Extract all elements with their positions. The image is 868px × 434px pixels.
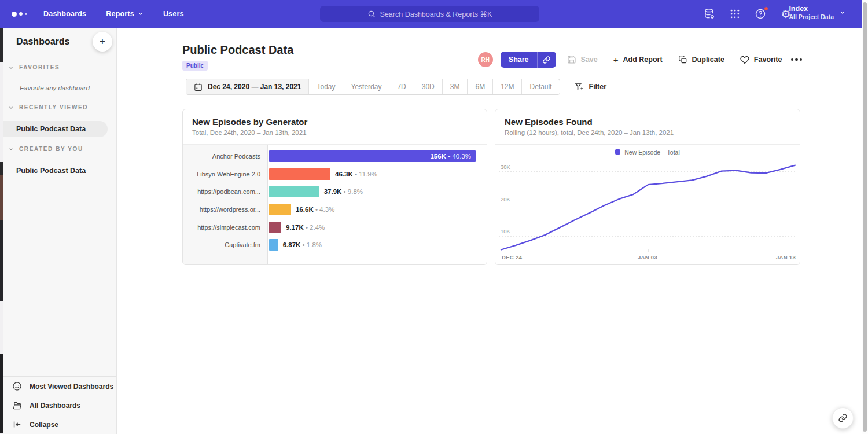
date-preset-group: Dec 24, 2020 — Jan 13, 2021 TodayYesterd… [186, 79, 560, 95]
preset-3m[interactable]: 3M [443, 79, 468, 94]
bar-category-label: https://podbean.com... [183, 188, 268, 195]
x-tick-dec24: DEC 24 [502, 254, 522, 260]
x-tick-jan03: JAN 03 [638, 254, 657, 260]
bar-category-label: Libsyn WebEngine 2.0 [183, 171, 268, 178]
line-chart-title: New Episodes Found [505, 117, 790, 127]
avatar: RH [478, 52, 493, 67]
folder-icon [12, 400, 22, 410]
sidebar-item-public-podcast-data-2[interactable]: Public Podcast Data [3, 163, 108, 179]
legend-label: New Episode – Total [624, 149, 680, 156]
sidebar-section-created-by-you[interactable]: CREATED BY YOU [8, 146, 83, 152]
all-dashboards-button[interactable]: All Dashboards [3, 396, 116, 415]
nav-item-users[interactable]: Users [163, 10, 184, 18]
top-navigation-bar: DashboardsReportsUsers Search Dashboards… [0, 0, 862, 28]
notification-badge [764, 6, 768, 11]
y-tick-label: 20K [501, 196, 511, 203]
favorite-button[interactable]: Favorite [740, 55, 782, 64]
project-switcher[interactable]: Index All Project Data [789, 5, 845, 21]
y-tick-label: 30K [501, 164, 511, 170]
search-placeholder: Search Dashboards & Reports ⌘K [380, 10, 492, 19]
bar-chart-body: Anchor Podcasts156K • 40.3%Libsyn WebEng… [183, 145, 487, 264]
bar-category-label: https://simplecast.com [183, 224, 268, 231]
bar-row: Captivate.fm6.87K • 1.8% [183, 236, 487, 254]
preset-6m[interactable]: 6M [468, 79, 493, 94]
chevron-down-icon [840, 10, 845, 16]
help-icon[interactable] [754, 8, 767, 20]
apps-grid-icon[interactable] [729, 8, 741, 20]
heart-icon [740, 55, 749, 64]
sidebar-section-favorites[interactable]: FAVORITES [8, 64, 60, 71]
preset-default[interactable]: Default [522, 79, 559, 94]
plus-icon: + [613, 55, 619, 65]
duplicate-icon [678, 55, 687, 64]
search-icon [367, 10, 376, 18]
bar-rows: Anchor Podcasts156K • 40.3%Libsyn WebEng… [183, 148, 487, 254]
chevron-down-icon [138, 11, 144, 17]
sidebar-footer: Most Viewed Dashboards All Dashboards Co… [3, 376, 116, 434]
bar-chart-title: New Episodes by Generator [192, 117, 477, 127]
bar-category-label: Captivate.fm [183, 241, 268, 248]
bar-row: Libsyn WebEngine 2.046.3K • 11.9% [183, 165, 487, 183]
y-tick-label: 10K [501, 228, 511, 234]
nav-item-dashboards[interactable]: Dashboards [43, 10, 86, 18]
more-options-button[interactable] [791, 58, 803, 61]
line-series: 10K20K30K [499, 156, 797, 252]
nav-item-reports[interactable]: Reports [106, 10, 144, 18]
bar-segment [269, 222, 281, 233]
bar-row: https://wordpress.or...16.6K • 4.3% [183, 201, 487, 219]
date-range-button[interactable]: Dec 24, 2020 — Jan 13, 2021 [186, 79, 309, 94]
link-icon [542, 56, 551, 64]
database-icon[interactable] [703, 8, 716, 20]
most-viewed-dashboards-button[interactable]: Most Viewed Dashboards [3, 377, 116, 396]
bar-value-label: 37.9K • 9.8% [324, 188, 363, 195]
sidebar-item-public-podcast-data[interactable]: Public Podcast Data [3, 121, 108, 137]
line-chart-plot: 10K20K30K [495, 159, 800, 252]
chevron-down-icon [8, 105, 14, 111]
bar-category-label: Anchor Podcasts [183, 153, 268, 160]
topbar-icons: ⚙ [703, 0, 792, 28]
bar-segment [269, 204, 291, 215]
filter-button[interactable]: Filter [575, 82, 607, 91]
line-chart-header: New Episodes Found Rolling (12 hours), t… [495, 109, 800, 145]
dashboard-actions: RH Share Save + Add Report Duplicate [478, 52, 802, 68]
preset-12m[interactable]: 12M [493, 79, 522, 94]
bar-value-label: 16.6K • 4.3% [296, 206, 334, 213]
duplicate-button[interactable]: Duplicate [678, 55, 724, 64]
smiley-icon [12, 381, 22, 391]
copy-share-link-button[interactable] [537, 52, 556, 68]
share-button[interactable]: Share [501, 52, 556, 68]
bar-chart-card: New Episodes by Generator Total, Dec 24t… [182, 109, 487, 265]
save-icon [567, 55, 576, 64]
preset-30d[interactable]: 30D [414, 79, 443, 94]
search-input[interactable]: Search Dashboards & Reports ⌘K [320, 6, 539, 22]
line-series-path [501, 165, 795, 250]
visibility-badge: Public [182, 61, 208, 71]
preset-yesterday[interactable]: Yesterday [343, 79, 389, 94]
chevron-down-icon [8, 146, 14, 152]
line-chart-subtitle: Rolling (12 hours), total, Dec 24th, 202… [505, 129, 790, 136]
link-icon [838, 413, 848, 423]
collapse-sidebar-button[interactable]: Collapse [3, 415, 116, 434]
bar-row: https://podbean.com...37.9K • 9.8% [183, 183, 487, 201]
add-report-button[interactable]: + Add Report [613, 55, 663, 65]
save-button[interactable]: Save [567, 55, 598, 64]
calendar-icon [194, 83, 203, 91]
favorites-empty-text: Favorite any dashboard [20, 84, 90, 91]
floating-share-link-button[interactable] [832, 407, 854, 429]
app-logo-icon[interactable] [12, 12, 27, 17]
filter-icon [575, 82, 584, 91]
bar-segment: 156K • 40.3% [269, 150, 476, 162]
add-dashboard-button[interactable]: + [93, 32, 112, 52]
topbar-nav: DashboardsReportsUsers [43, 10, 184, 18]
bar-chart-header: New Episodes by Generator Total, Dec 24t… [183, 109, 487, 145]
app-window: DashboardsReportsUsers Search Dashboards… [0, 0, 868, 434]
page-title: Public Podcast Data [182, 43, 293, 57]
sidebar-section-recently-viewed[interactable]: RECENTLY VIEWED [8, 104, 88, 111]
preset-7d[interactable]: 7D [389, 79, 414, 94]
preset-today[interactable]: Today [309, 79, 343, 94]
scrollbar-thumb[interactable] [863, 2, 867, 432]
sidebar-title: Dashboards [16, 36, 69, 47]
collapse-icon [12, 420, 22, 429]
bar-chart-subtitle: Total, Dec 24th, 2020 – Jan 13th, 2021 [192, 129, 477, 136]
x-tick-jan13: JAN 13 [776, 254, 796, 260]
